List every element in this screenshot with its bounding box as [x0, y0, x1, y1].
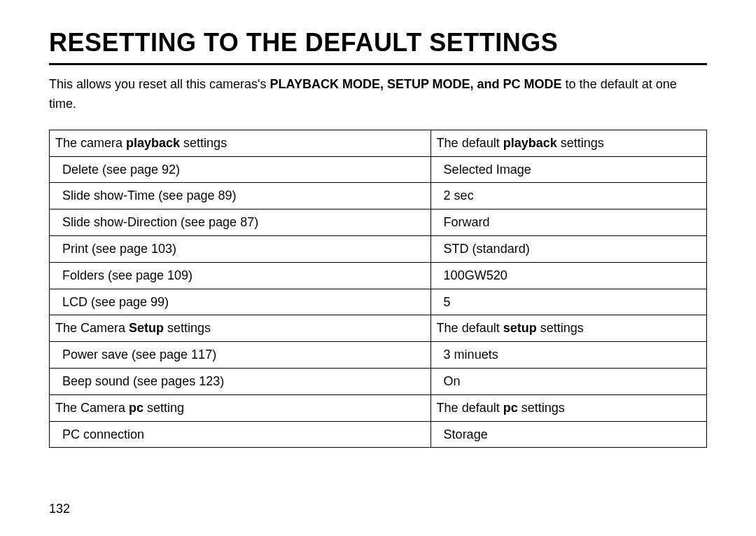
- cell-text: settings: [557, 136, 604, 150]
- intro-text-bold: PLAYBACK MODE, SETUP MODE, and PC MODE: [270, 77, 562, 91]
- table-row: The Camera Setup settingsThe default set…: [50, 315, 707, 342]
- cell-text: Power save (see page 117): [55, 345, 216, 365]
- cell-text: LCD (see page 99): [55, 292, 169, 312]
- cell-text: 2 sec: [437, 186, 474, 206]
- default-value-cell: 100GW520: [430, 262, 706, 289]
- cell-text: settings: [537, 321, 584, 335]
- cell-text: The camera: [55, 136, 126, 150]
- cell-text-bold: playback: [503, 136, 557, 150]
- default-value-cell: 5: [430, 289, 706, 315]
- setting-name-cell: Power save (see page 117): [50, 342, 431, 369]
- cell-text: 5: [437, 292, 451, 312]
- cell-text-bold: setup: [503, 321, 537, 335]
- default-value-cell: Selected Image: [430, 156, 706, 183]
- cell-text: Beep sound (see pages 123): [55, 371, 224, 392]
- cell-text: Delete (see page 92): [55, 160, 180, 180]
- cell-text: settings: [164, 321, 211, 335]
- cell-text-bold: pc: [129, 401, 144, 415]
- default-value-cell: The default playback settings: [430, 130, 706, 156]
- cell-text: Slide show-Time (see page 89): [55, 186, 236, 206]
- default-value-cell: 2 sec: [430, 183, 706, 209]
- page-title: RESETTING TO THE DEFAULT SETTINGS: [49, 28, 707, 65]
- cell-text: Slide show-Direction (see page 87): [55, 212, 258, 233]
- cell-text: Forward: [437, 212, 490, 233]
- setting-name-cell: Beep sound (see pages 123): [50, 368, 431, 394]
- cell-text: 3 minuets: [437, 345, 498, 365]
- cell-text: STD (standard): [437, 239, 530, 259]
- cell-text: The Camera: [55, 401, 129, 415]
- table-row: LCD (see page 99)5: [50, 289, 707, 315]
- cell-text: The Camera: [55, 321, 129, 335]
- default-value-cell: Storage: [430, 421, 706, 448]
- setting-name-cell: Delete (see page 92): [50, 156, 431, 183]
- setting-name-cell: Print (see page 103): [50, 235, 431, 262]
- setting-name-cell: The Camera Setup settings: [50, 315, 431, 342]
- intro-text-before: This allows you reset all this cameras's: [49, 77, 270, 91]
- cell-text: Print (see page 103): [55, 239, 176, 259]
- default-value-cell: 3 minuets: [430, 342, 706, 369]
- manual-page: RESETTING TO THE DEFAULT SETTINGS This a…: [0, 0, 756, 469]
- default-value-cell: STD (standard): [430, 235, 706, 262]
- setting-name-cell: Folders (see page 109): [50, 262, 431, 289]
- page-number: 132: [49, 502, 70, 516]
- setting-name-cell: LCD (see page 99): [50, 289, 431, 315]
- table-row: Power save (see page 117)3 minuets: [50, 342, 707, 369]
- cell-text-bold: pc: [503, 401, 518, 415]
- default-value-cell: The default setup settings: [430, 315, 706, 342]
- cell-text: The default: [437, 401, 503, 415]
- cell-text-bold: Setup: [129, 321, 164, 335]
- cell-text: Storage: [437, 425, 488, 445]
- cell-text: Folders (see page 109): [55, 266, 192, 286]
- settings-table-body: The camera playback settingsThe default …: [50, 130, 707, 448]
- settings-table: The camera playback settingsThe default …: [49, 130, 707, 448]
- table-row: The Camera pc settingThe default pc sett…: [50, 394, 707, 421]
- table-row: PC connectionStorage: [50, 421, 707, 448]
- cell-text-bold: playback: [126, 136, 180, 150]
- cell-text: The default: [437, 136, 503, 150]
- setting-name-cell: PC connection: [50, 421, 431, 448]
- table-row: Slide show-Direction (see page 87)Forwar…: [50, 209, 707, 236]
- intro-paragraph: This allows you reset all this cameras's…: [49, 75, 707, 114]
- cell-text: On: [437, 371, 461, 392]
- table-row: Print (see page 103)STD (standard): [50, 235, 707, 262]
- cell-text: Selected Image: [437, 160, 531, 180]
- table-row: Folders (see page 109)100GW520: [50, 262, 707, 289]
- default-value-cell: On: [430, 368, 706, 394]
- cell-text: The default: [437, 321, 503, 335]
- setting-name-cell: Slide show-Time (see page 89): [50, 183, 431, 209]
- cell-text: settings: [180, 136, 227, 150]
- cell-text: 100GW520: [437, 266, 507, 286]
- setting-name-cell: The Camera pc setting: [50, 394, 431, 421]
- table-row: Slide show-Time (see page 89)2 sec: [50, 183, 707, 209]
- table-row: Beep sound (see pages 123)On: [50, 368, 707, 394]
- setting-name-cell: The camera playback settings: [50, 130, 431, 156]
- default-value-cell: Forward: [430, 209, 706, 236]
- table-row: The camera playback settingsThe default …: [50, 130, 707, 156]
- table-row: Delete (see page 92)Selected Image: [50, 156, 707, 183]
- cell-text: setting: [144, 401, 184, 415]
- cell-text: PC connection: [55, 425, 144, 445]
- setting-name-cell: Slide show-Direction (see page 87): [50, 209, 431, 236]
- cell-text: settings: [518, 401, 565, 415]
- default-value-cell: The default pc settings: [430, 394, 706, 421]
